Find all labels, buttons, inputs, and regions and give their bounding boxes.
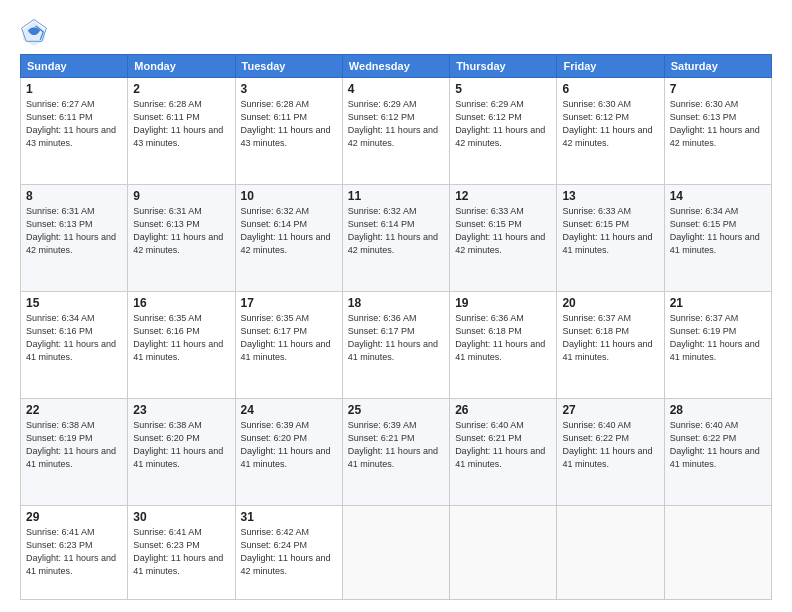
- calendar-cell: 3 Sunrise: 6:28 AMSunset: 6:11 PMDayligh…: [235, 78, 342, 185]
- day-number: 6: [562, 82, 658, 96]
- calendar-cell: 4 Sunrise: 6:29 AMSunset: 6:12 PMDayligh…: [342, 78, 449, 185]
- day-info: Sunrise: 6:30 AMSunset: 6:13 PMDaylight:…: [670, 98, 766, 150]
- day-number: 11: [348, 189, 444, 203]
- calendar-cell: 28 Sunrise: 6:40 AMSunset: 6:22 PMDaylig…: [664, 399, 771, 506]
- calendar-cell: 14 Sunrise: 6:34 AMSunset: 6:15 PMDaylig…: [664, 185, 771, 292]
- calendar-cell: 25 Sunrise: 6:39 AMSunset: 6:21 PMDaylig…: [342, 399, 449, 506]
- day-info: Sunrise: 6:38 AMSunset: 6:20 PMDaylight:…: [133, 419, 229, 471]
- day-number: 23: [133, 403, 229, 417]
- day-number: 12: [455, 189, 551, 203]
- day-number: 10: [241, 189, 337, 203]
- day-number: 24: [241, 403, 337, 417]
- page: SundayMondayTuesdayWednesdayThursdayFrid…: [0, 0, 792, 612]
- calendar-cell: [557, 506, 664, 600]
- calendar-cell: 22 Sunrise: 6:38 AMSunset: 6:19 PMDaylig…: [21, 399, 128, 506]
- day-info: Sunrise: 6:29 AMSunset: 6:12 PMDaylight:…: [455, 98, 551, 150]
- day-number: 22: [26, 403, 122, 417]
- calendar-day-header: Sunday: [21, 55, 128, 78]
- day-info: Sunrise: 6:30 AMSunset: 6:12 PMDaylight:…: [562, 98, 658, 150]
- calendar-cell: 30 Sunrise: 6:41 AMSunset: 6:23 PMDaylig…: [128, 506, 235, 600]
- day-number: 13: [562, 189, 658, 203]
- day-info: Sunrise: 6:40 AMSunset: 6:22 PMDaylight:…: [562, 419, 658, 471]
- day-number: 15: [26, 296, 122, 310]
- day-info: Sunrise: 6:33 AMSunset: 6:15 PMDaylight:…: [562, 205, 658, 257]
- day-number: 2: [133, 82, 229, 96]
- day-info: Sunrise: 6:37 AMSunset: 6:19 PMDaylight:…: [670, 312, 766, 364]
- calendar-cell: [450, 506, 557, 600]
- day-info: Sunrise: 6:36 AMSunset: 6:18 PMDaylight:…: [455, 312, 551, 364]
- day-number: 31: [241, 510, 337, 524]
- calendar-cell: 31 Sunrise: 6:42 AMSunset: 6:24 PMDaylig…: [235, 506, 342, 600]
- calendar-cell: 29 Sunrise: 6:41 AMSunset: 6:23 PMDaylig…: [21, 506, 128, 600]
- calendar-day-header: Saturday: [664, 55, 771, 78]
- calendar-cell: 8 Sunrise: 6:31 AMSunset: 6:13 PMDayligh…: [21, 185, 128, 292]
- day-info: Sunrise: 6:41 AMSunset: 6:23 PMDaylight:…: [26, 526, 122, 578]
- calendar-cell: 11 Sunrise: 6:32 AMSunset: 6:14 PMDaylig…: [342, 185, 449, 292]
- day-info: Sunrise: 6:39 AMSunset: 6:21 PMDaylight:…: [348, 419, 444, 471]
- day-info: Sunrise: 6:32 AMSunset: 6:14 PMDaylight:…: [348, 205, 444, 257]
- calendar-cell: 17 Sunrise: 6:35 AMSunset: 6:17 PMDaylig…: [235, 292, 342, 399]
- calendar-cell: 15 Sunrise: 6:34 AMSunset: 6:16 PMDaylig…: [21, 292, 128, 399]
- calendar-body: 1 Sunrise: 6:27 AMSunset: 6:11 PMDayligh…: [21, 78, 772, 600]
- calendar-cell: 6 Sunrise: 6:30 AMSunset: 6:12 PMDayligh…: [557, 78, 664, 185]
- day-info: Sunrise: 6:28 AMSunset: 6:11 PMDaylight:…: [133, 98, 229, 150]
- logo-icon: [20, 18, 48, 46]
- day-info: Sunrise: 6:34 AMSunset: 6:16 PMDaylight:…: [26, 312, 122, 364]
- calendar-cell: 1 Sunrise: 6:27 AMSunset: 6:11 PMDayligh…: [21, 78, 128, 185]
- calendar-cell: 23 Sunrise: 6:38 AMSunset: 6:20 PMDaylig…: [128, 399, 235, 506]
- day-info: Sunrise: 6:36 AMSunset: 6:17 PMDaylight:…: [348, 312, 444, 364]
- calendar-cell: 9 Sunrise: 6:31 AMSunset: 6:13 PMDayligh…: [128, 185, 235, 292]
- day-number: 25: [348, 403, 444, 417]
- calendar-row: 1 Sunrise: 6:27 AMSunset: 6:11 PMDayligh…: [21, 78, 772, 185]
- calendar-cell: 16 Sunrise: 6:35 AMSunset: 6:16 PMDaylig…: [128, 292, 235, 399]
- calendar-row: 29 Sunrise: 6:41 AMSunset: 6:23 PMDaylig…: [21, 506, 772, 600]
- calendar-day-header: Thursday: [450, 55, 557, 78]
- day-info: Sunrise: 6:41 AMSunset: 6:23 PMDaylight:…: [133, 526, 229, 578]
- day-info: Sunrise: 6:35 AMSunset: 6:17 PMDaylight:…: [241, 312, 337, 364]
- day-info: Sunrise: 6:33 AMSunset: 6:15 PMDaylight:…: [455, 205, 551, 257]
- day-info: Sunrise: 6:39 AMSunset: 6:20 PMDaylight:…: [241, 419, 337, 471]
- day-info: Sunrise: 6:40 AMSunset: 6:21 PMDaylight:…: [455, 419, 551, 471]
- calendar-day-header: Monday: [128, 55, 235, 78]
- calendar-cell: [664, 506, 771, 600]
- calendar-cell: 18 Sunrise: 6:36 AMSunset: 6:17 PMDaylig…: [342, 292, 449, 399]
- day-number: 7: [670, 82, 766, 96]
- day-info: Sunrise: 6:32 AMSunset: 6:14 PMDaylight:…: [241, 205, 337, 257]
- calendar-cell: 21 Sunrise: 6:37 AMSunset: 6:19 PMDaylig…: [664, 292, 771, 399]
- calendar-row: 8 Sunrise: 6:31 AMSunset: 6:13 PMDayligh…: [21, 185, 772, 292]
- calendar-cell: 24 Sunrise: 6:39 AMSunset: 6:20 PMDaylig…: [235, 399, 342, 506]
- day-number: 8: [26, 189, 122, 203]
- day-number: 17: [241, 296, 337, 310]
- calendar-cell: 12 Sunrise: 6:33 AMSunset: 6:15 PMDaylig…: [450, 185, 557, 292]
- day-number: 27: [562, 403, 658, 417]
- logo: [20, 18, 52, 46]
- day-info: Sunrise: 6:34 AMSunset: 6:15 PMDaylight:…: [670, 205, 766, 257]
- day-info: Sunrise: 6:28 AMSunset: 6:11 PMDaylight:…: [241, 98, 337, 150]
- calendar-cell: 7 Sunrise: 6:30 AMSunset: 6:13 PMDayligh…: [664, 78, 771, 185]
- day-number: 29: [26, 510, 122, 524]
- day-number: 5: [455, 82, 551, 96]
- calendar-day-header: Tuesday: [235, 55, 342, 78]
- calendar-row: 22 Sunrise: 6:38 AMSunset: 6:19 PMDaylig…: [21, 399, 772, 506]
- calendar-cell: 5 Sunrise: 6:29 AMSunset: 6:12 PMDayligh…: [450, 78, 557, 185]
- header: [20, 18, 772, 46]
- day-number: 4: [348, 82, 444, 96]
- calendar-table: SundayMondayTuesdayWednesdayThursdayFrid…: [20, 54, 772, 600]
- calendar-cell: 26 Sunrise: 6:40 AMSunset: 6:21 PMDaylig…: [450, 399, 557, 506]
- day-number: 14: [670, 189, 766, 203]
- day-number: 16: [133, 296, 229, 310]
- day-info: Sunrise: 6:40 AMSunset: 6:22 PMDaylight:…: [670, 419, 766, 471]
- calendar-header-row: SundayMondayTuesdayWednesdayThursdayFrid…: [21, 55, 772, 78]
- day-number: 1: [26, 82, 122, 96]
- calendar-day-header: Friday: [557, 55, 664, 78]
- day-info: Sunrise: 6:38 AMSunset: 6:19 PMDaylight:…: [26, 419, 122, 471]
- day-info: Sunrise: 6:35 AMSunset: 6:16 PMDaylight:…: [133, 312, 229, 364]
- day-number: 28: [670, 403, 766, 417]
- calendar-cell: 27 Sunrise: 6:40 AMSunset: 6:22 PMDaylig…: [557, 399, 664, 506]
- calendar-cell: 13 Sunrise: 6:33 AMSunset: 6:15 PMDaylig…: [557, 185, 664, 292]
- day-number: 9: [133, 189, 229, 203]
- day-number: 21: [670, 296, 766, 310]
- day-number: 30: [133, 510, 229, 524]
- calendar-cell: 19 Sunrise: 6:36 AMSunset: 6:18 PMDaylig…: [450, 292, 557, 399]
- day-info: Sunrise: 6:31 AMSunset: 6:13 PMDaylight:…: [133, 205, 229, 257]
